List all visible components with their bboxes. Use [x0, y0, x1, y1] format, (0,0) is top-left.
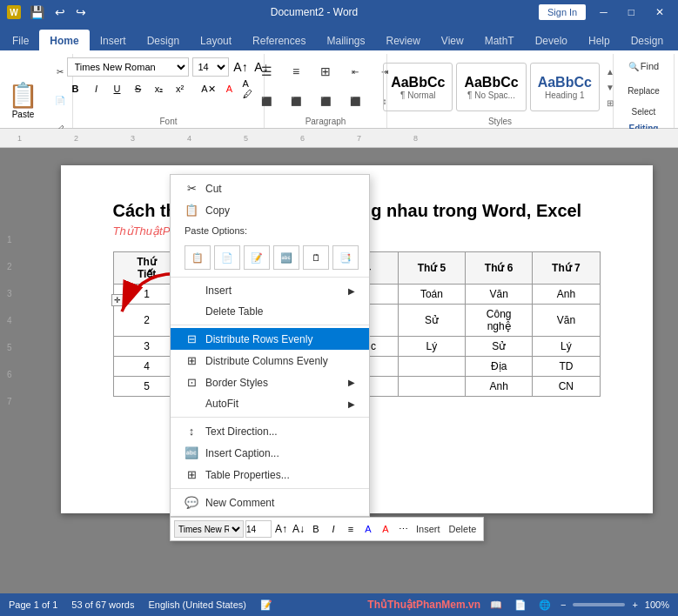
undo-button[interactable]: ↩ [51, 3, 69, 21]
tab-mailings[interactable]: Mailings [316, 30, 375, 50]
tab-home[interactable]: Home [39, 30, 89, 50]
decrease-indent-button[interactable]: ⇤ [341, 57, 369, 85]
strikethrough-button[interactable]: S [130, 80, 147, 97]
paste-opt-4[interactable]: 🔤 [273, 245, 299, 270]
numbering-button[interactable]: ≡ [282, 57, 310, 85]
ctx-distribute-rows[interactable]: ⊟ Distribute Rows Evenly [171, 328, 369, 350]
align-right-button[interactable]: ⬛ [312, 87, 339, 115]
zoom-slider[interactable] [573, 603, 625, 606]
mini-delete-button[interactable]: Delete [446, 522, 480, 536]
ctx-insert-caption[interactable]: 🔤 Insert Caption... [171, 442, 369, 464]
table-cell[interactable]: Lý [533, 337, 600, 357]
view-mode-read[interactable]: 📖 [487, 596, 505, 613]
tab-mathtype[interactable]: MathT [474, 30, 525, 50]
ctx-distribute-cols[interactable]: ⊞ Distribute Columns Evenly [171, 350, 369, 372]
find-button[interactable]: 🔍Find [623, 54, 665, 78]
close-button[interactable]: ✕ [648, 4, 671, 20]
font-name-select[interactable]: Times New Roman [67, 57, 189, 77]
style-normal[interactable]: AaBbCc ¶ Normal [383, 63, 453, 111]
mini-highlight-button[interactable]: A [360, 521, 376, 537]
maximize-button[interactable]: □ [621, 4, 641, 20]
mini-font-grow[interactable]: A↑ [273, 521, 289, 537]
table-cell[interactable] [398, 357, 465, 377]
align-left-button[interactable]: ⬛ [252, 87, 280, 115]
tab-view[interactable]: View [431, 30, 474, 50]
zoom-out-button[interactable]: − [561, 599, 566, 610]
table-cell[interactable]: Sử [466, 337, 533, 357]
zoom-in-button[interactable]: + [632, 599, 637, 610]
mini-align-button[interactable]: ≡ [343, 521, 359, 537]
ctx-autofit[interactable]: AutoFit ▶ [171, 393, 369, 414]
paste-opt-2[interactable]: 📄 [214, 245, 240, 270]
table-cell[interactable]: Địa [466, 357, 533, 377]
mini-color-button[interactable]: A [378, 521, 393, 537]
redo-button[interactable]: ↪ [72, 3, 90, 21]
paste-opt-3[interactable]: 📝 [244, 245, 270, 270]
multilevel-button[interactable]: ⊞ [312, 57, 339, 85]
paste-opt-6[interactable]: 📑 [332, 245, 359, 270]
tab-design[interactable]: Design [137, 30, 190, 50]
ctx-text-direction[interactable]: ↕ Text Direction... [171, 420, 369, 442]
table-cell[interactable]: Văn [533, 305, 600, 337]
tab-developer[interactable]: Develo [525, 30, 578, 50]
tab-review[interactable]: Review [375, 30, 430, 50]
italic-button[interactable]: I [88, 80, 105, 97]
tab-layout2[interactable]: Layout [674, 30, 678, 50]
ctx-cut[interactable]: ✂ Cut [171, 177, 369, 199]
table-cell[interactable]: Văn [466, 285, 533, 305]
font-color-button[interactable]: A [221, 80, 238, 97]
justify-button[interactable]: ⬛ [341, 87, 369, 115]
table-header-thu5: Thứ 5 [398, 252, 465, 285]
paste-opt-5[interactable]: 🗒 [303, 245, 329, 270]
tab-file[interactable]: File [2, 30, 39, 50]
bullets-button[interactable]: ☰ [252, 57, 280, 85]
superscript-button[interactable]: x² [171, 80, 189, 97]
ctx-delete-table[interactable]: Delete Table [171, 301, 369, 322]
ctx-copy[interactable]: 📋 Copy [171, 199, 369, 221]
table-move-handle[interactable]: ✛ [111, 294, 124, 306]
table-cell[interactable]: TD [533, 357, 600, 377]
ctx-border-styles[interactable]: ⊡ Border Styles ▶ [171, 372, 369, 393]
ctx-insert[interactable]: Insert ▶ [171, 280, 369, 301]
table-cell[interactable]: Anh [466, 377, 533, 397]
tab-references[interactable]: References [242, 30, 316, 50]
subscript-button[interactable]: x₂ [151, 80, 168, 97]
save-button[interactable]: 💾 [26, 3, 48, 21]
bold-button[interactable]: B [67, 80, 84, 97]
mini-size-input[interactable] [245, 520, 272, 538]
mini-font-shrink[interactable]: A↓ [291, 521, 306, 537]
align-center-button[interactable]: ⬛ [282, 87, 310, 115]
replace-button[interactable]: Replace [623, 82, 665, 99]
underline-button[interactable]: U [109, 80, 126, 97]
table-cell[interactable]: CN [533, 377, 600, 397]
paste-opt-1[interactable]: 📋 [185, 245, 211, 270]
mini-font-select[interactable]: Times New Ro [174, 520, 244, 538]
ctx-new-comment[interactable]: 💬 New Comment [171, 492, 369, 513]
paste-button[interactable]: 📋 Paste [3, 77, 44, 123]
tab-layout[interactable]: Layout [190, 30, 242, 50]
view-mode-print[interactable]: 📄 [512, 596, 529, 613]
table-cell[interactable] [398, 377, 465, 397]
increase-font-button[interactable]: A↑ [232, 58, 250, 76]
view-mode-web[interactable]: 🌐 [536, 596, 554, 613]
table-cell[interactable]: Anh [533, 285, 600, 305]
tab-help[interactable]: Help [578, 30, 621, 50]
table-cell[interactable]: Côngnghệ [466, 305, 533, 337]
mini-insert-button[interactable]: Insert [413, 522, 444, 536]
style-heading1[interactable]: AaBbCc Heading 1 [530, 63, 600, 111]
mini-bold-button[interactable]: B [308, 521, 324, 537]
table-cell[interactable]: Toán [398, 285, 465, 305]
table-cell[interactable]: Lý [398, 337, 465, 357]
sign-in-button[interactable]: Sign In [539, 4, 586, 20]
tab-insert[interactable]: Insert [90, 30, 137, 50]
font-size-select[interactable]: 14 [192, 57, 229, 77]
table-cell[interactable]: Sử [398, 305, 465, 337]
style-no-spacing[interactable]: AaBbCc ¶ No Spac... [456, 63, 526, 111]
select-button[interactable]: Select [623, 103, 665, 120]
clear-format-button[interactable]: A✕ [200, 80, 218, 97]
mini-italic-button[interactable]: I [326, 521, 341, 537]
mini-more-button[interactable]: ⋯ [395, 521, 411, 537]
tab-design2[interactable]: Design [621, 30, 674, 50]
minimize-button[interactable]: ─ [593, 4, 614, 20]
ctx-table-properties[interactable]: ⊞ Table Properties... [171, 464, 369, 485]
